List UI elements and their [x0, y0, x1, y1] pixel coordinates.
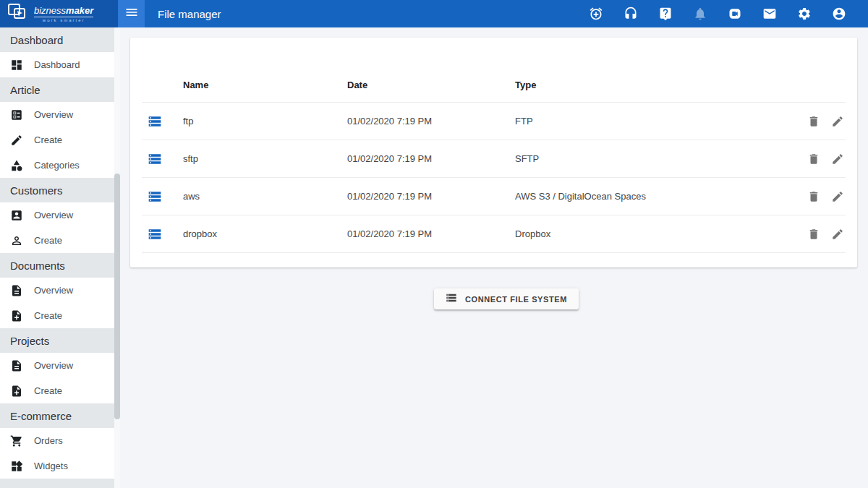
notifications-icon[interactable] — [693, 7, 707, 21]
hamburger-icon — [124, 5, 139, 22]
table-row[interactable]: aws 01/02/2020 7:19 PM AWS S3 / DigitalO… — [142, 178, 846, 215]
sidebar-item-projects-create[interactable]: Create — [0, 378, 120, 403]
connect-file-system-button[interactable]: CONNECT FILE SYSTEM — [434, 288, 579, 309]
storage-icon — [148, 189, 162, 204]
sidebar-item-projects-overview[interactable]: Overview — [0, 353, 120, 378]
note-add-icon — [10, 309, 23, 322]
cell-name: dropbox — [183, 228, 347, 239]
widgets-icon — [10, 460, 23, 473]
table-row[interactable]: sftp 01/02/2020 7:19 PM SFTP — [142, 140, 846, 178]
cell-type: AWS S3 / DigitalOcean Spaces — [515, 191, 795, 202]
sidebar: Dashboard Dashboard Article Overview Cre… — [0, 27, 120, 488]
video-chat-icon[interactable] — [728, 7, 742, 21]
sidebar-section-ecommerce: E-commerce — [0, 403, 120, 428]
brand-icon — [7, 3, 30, 25]
headset-icon[interactable] — [624, 7, 638, 21]
sidebar-item-article-categories[interactable]: Categories — [0, 153, 120, 178]
sidebar-section-article: Article — [0, 77, 120, 102]
sidebar-scrollbar-track[interactable] — [114, 27, 120, 488]
create-icon — [10, 134, 23, 147]
sidebar-section-customers: Customers — [0, 178, 120, 202]
sidebar-item-customers-create[interactable]: Create — [0, 228, 120, 253]
delete-icon[interactable] — [807, 153, 820, 166]
account-box-icon — [10, 209, 23, 222]
sidebar-section-dashboard: Dashboard — [0, 27, 120, 52]
cell-type: Dropbox — [515, 228, 795, 239]
sidebar-item-article-create[interactable]: Create — [0, 127, 120, 153]
settings-icon[interactable] — [797, 7, 812, 21]
delete-icon[interactable] — [807, 228, 820, 241]
brand-logo[interactable]: biznessmaker work smarter — [0, 0, 118, 27]
storage-icon — [148, 227, 162, 241]
cell-date: 01/02/2020 7:19 PM — [347, 153, 515, 164]
storage-icon — [148, 152, 162, 166]
dashboard-icon — [10, 59, 23, 72]
person-icon — [10, 234, 23, 247]
sidebar-item-documents-create[interactable]: Create — [0, 303, 120, 328]
sidebar-item-article-overview[interactable]: Overview — [0, 102, 120, 127]
storage-icon — [148, 114, 162, 129]
cell-name: sftp — [183, 153, 347, 164]
delete-icon[interactable] — [807, 115, 820, 128]
file-systems-table: Name Date Type ftp 01/02/2020 7:19 PM FT… — [142, 67, 846, 253]
column-header-type: Type — [515, 80, 795, 90]
note-add-icon — [10, 385, 23, 398]
sidebar-section-documents: Documents — [0, 253, 120, 278]
page-title: File manager — [158, 8, 221, 20]
ballot-icon — [10, 108, 23, 121]
help-icon[interactable] — [658, 7, 673, 21]
sidebar-section-projects: Projects — [0, 328, 120, 353]
column-header-date: Date — [347, 80, 515, 90]
edit-icon[interactable] — [831, 190, 844, 203]
edit-icon[interactable] — [831, 115, 844, 128]
cell-name: ftp — [183, 116, 347, 127]
cell-type: SFTP — [515, 153, 795, 164]
main-content: Name Date Type ftp 01/02/2020 7:19 PM FT… — [120, 27, 868, 488]
storage-icon — [446, 292, 457, 306]
cell-type: FTP — [515, 116, 795, 127]
brand-name: biznessmaker — [34, 6, 93, 17]
cell-name: aws — [183, 191, 347, 202]
document-icon — [10, 359, 23, 372]
sidebar-item-documents-overview[interactable]: Overview — [0, 278, 120, 303]
cell-date: 01/02/2020 7:19 PM — [347, 116, 515, 127]
sidebar-item-dashboard[interactable]: Dashboard — [0, 52, 120, 77]
sidebar-item-customers-overview[interactable]: Overview — [0, 202, 120, 228]
category-icon — [10, 159, 23, 172]
document-icon — [10, 284, 23, 297]
table-header-row: Name Date Type — [142, 67, 846, 103]
file-systems-card: Name Date Type ftp 01/02/2020 7:19 PM FT… — [130, 38, 857, 267]
account-icon[interactable] — [832, 7, 846, 21]
cart-icon — [10, 435, 23, 448]
edit-icon[interactable] — [831, 153, 844, 166]
edit-icon[interactable] — [831, 228, 844, 241]
top-bar: biznessmaker work smarter File manager — [0, 0, 868, 27]
column-header-name: Name — [183, 80, 347, 90]
menu-button[interactable] — [118, 0, 145, 27]
table-row[interactable]: dropbox 01/02/2020 7:19 PM Dropbox — [142, 215, 846, 253]
sidebar-item-widgets[interactable]: Widgets — [0, 453, 120, 479]
sidebar-item-orders[interactable]: Orders — [0, 428, 120, 453]
brand-tagline: work smarter — [34, 18, 93, 22]
alarm-add-icon[interactable] — [589, 7, 603, 21]
table-row[interactable]: ftp 01/02/2020 7:19 PM FTP — [142, 103, 846, 140]
delete-icon[interactable] — [807, 190, 820, 203]
cell-date: 01/02/2020 7:19 PM — [347, 228, 515, 239]
sidebar-section-more: More — [0, 479, 120, 488]
mail-icon[interactable] — [762, 7, 777, 21]
cell-date: 01/02/2020 7:19 PM — [347, 191, 515, 202]
sidebar-scrollbar-thumb[interactable] — [114, 174, 120, 419]
